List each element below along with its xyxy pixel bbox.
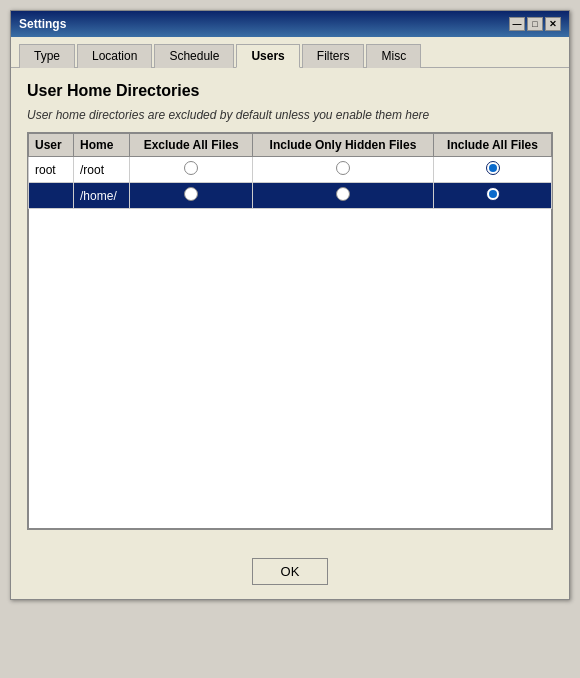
ok-button[interactable]: OK — [252, 558, 329, 585]
col-exclude: Exclude All Files — [130, 134, 252, 157]
table-row[interactable]: /home/ — [29, 183, 552, 209]
col-user: User — [29, 134, 74, 157]
user-home: /root — [74, 157, 130, 183]
tab-users[interactable]: Users — [236, 44, 299, 68]
footer: OK — [11, 544, 569, 599]
users-table-container: User Home Exclude All Files Include Only… — [27, 132, 553, 530]
radio-circle — [184, 187, 198, 201]
section-subtitle: User home directories are excluded by de… — [27, 108, 553, 122]
empty-table-area — [28, 209, 552, 529]
radio-circle — [336, 161, 350, 175]
close-button[interactable]: ✕ — [545, 17, 561, 31]
radio-circle — [184, 161, 198, 175]
window-title: Settings — [19, 17, 66, 31]
section-title: User Home Directories — [27, 82, 553, 100]
main-content: User Home Directories User home director… — [11, 68, 569, 544]
maximize-button[interactable]: □ — [527, 17, 543, 31]
include-all-radio-0[interactable] — [434, 157, 552, 183]
title-bar: Settings — □ ✕ — [11, 11, 569, 37]
title-bar-buttons: — □ ✕ — [509, 17, 561, 31]
col-include-hidden: Include Only Hidden Files — [252, 134, 433, 157]
radio-circle — [336, 187, 350, 201]
minimize-button[interactable]: — — [509, 17, 525, 31]
tab-type[interactable]: Type — [19, 44, 75, 68]
tab-location[interactable]: Location — [77, 44, 152, 68]
tab-bar: Type Location Schedule Users Filters Mis… — [11, 37, 569, 68]
settings-window: Settings — □ ✕ Type Location Schedule Us… — [10, 10, 570, 600]
exclude-radio-1[interactable] — [130, 183, 252, 209]
radio-circle-filled — [486, 187, 500, 201]
table-header-row: User Home Exclude All Files Include Only… — [29, 134, 552, 157]
table-row[interactable]: root /root — [29, 157, 552, 183]
include-all-radio-1[interactable] — [434, 183, 552, 209]
exclude-radio-0[interactable] — [130, 157, 252, 183]
tab-schedule[interactable]: Schedule — [154, 44, 234, 68]
users-table: User Home Exclude All Files Include Only… — [28, 133, 552, 209]
radio-circle-filled — [486, 161, 500, 175]
col-include-all: Include All Files — [434, 134, 552, 157]
user-name-selected — [29, 183, 74, 209]
user-home-selected: /home/ — [74, 183, 130, 209]
user-name: root — [29, 157, 74, 183]
col-home: Home — [74, 134, 130, 157]
tab-filters[interactable]: Filters — [302, 44, 365, 68]
include-hidden-radio-1[interactable] — [252, 183, 433, 209]
tab-misc[interactable]: Misc — [366, 44, 421, 68]
include-hidden-radio-0[interactable] — [252, 157, 433, 183]
